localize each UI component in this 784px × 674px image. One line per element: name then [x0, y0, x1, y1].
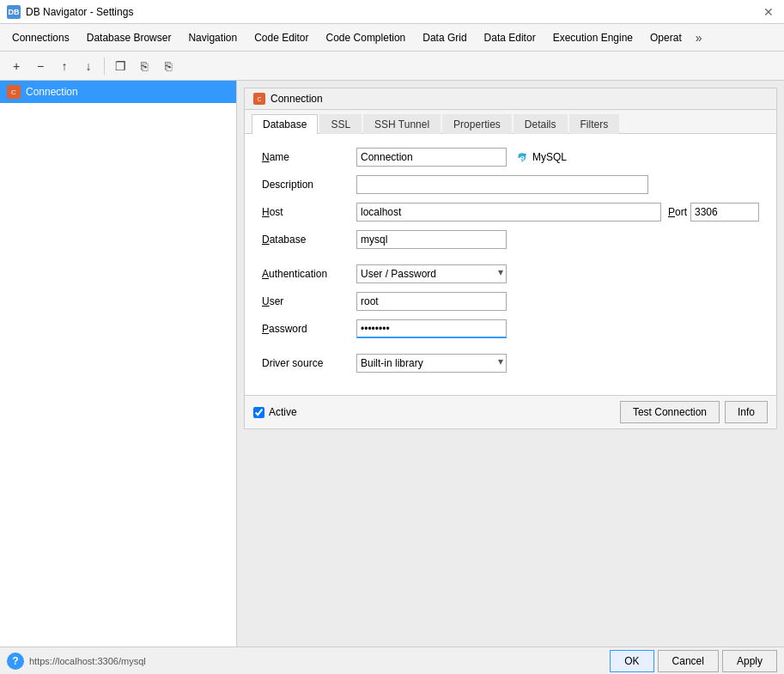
menu-data-grid[interactable]: Data Grid [414, 24, 475, 52]
password-row: Password [262, 319, 759, 338]
copy-button[interactable]: ❐ [109, 55, 131, 77]
driver-source-label: Driver source [262, 357, 356, 369]
authentication-row: Authentication User / Password No auth O… [262, 264, 759, 283]
driver-source-select-wrapper: Built-in library External library [356, 354, 507, 373]
active-label: Active [269, 406, 297, 418]
name-row: Name 🐬 MySQL [262, 148, 759, 167]
detail-panel: C Connection Database SSL SSH Tunnel Pro… [237, 81, 784, 647]
footer-right: OK Cancel Apply [610, 650, 777, 672]
add-button[interactable]: + [5, 55, 27, 77]
authentication-label: Authentication [262, 268, 356, 280]
toolbar-separator-1 [104, 58, 105, 75]
tab-database[interactable]: Database [252, 114, 318, 134]
port-label: Port [668, 206, 687, 218]
tab-filters[interactable]: Filters [569, 114, 620, 134]
name-input[interactable] [356, 148, 507, 167]
host-row: Host Port [262, 203, 759, 222]
authentication-select-wrapper: User / Password No auth OS Authenticatio… [356, 264, 507, 283]
connection-panel: C Connection Database SSL SSH Tunnel Pro… [244, 88, 777, 429]
name-label: Name [262, 151, 356, 163]
footer-left: ? https://localhost:3306/mysql [7, 653, 146, 670]
title-bar-left: DB DB Navigator - Settings [7, 5, 133, 19]
tab-ssh-tunnel[interactable]: SSH Tunnel [363, 114, 441, 134]
host-input[interactable] [356, 203, 661, 222]
database-label: Database [262, 234, 356, 246]
menu-operat[interactable]: Operat [641, 24, 690, 52]
driver-source-row: Driver source Built-in library External … [262, 354, 759, 373]
paste1-button[interactable]: ⎘ [133, 55, 155, 77]
cancel-button[interactable]: Cancel [658, 650, 719, 672]
connection-icon: C [7, 85, 21, 99]
tabs-bar: Database SSL SSH Tunnel Properties Detai… [245, 110, 776, 134]
driver-source-select[interactable]: Built-in library External library [356, 354, 507, 373]
remove-button[interactable]: − [29, 55, 52, 77]
menu-execution-engine[interactable]: Execution Engine [544, 24, 641, 52]
apply-button[interactable]: Apply [722, 650, 777, 672]
panel-icon: C [253, 93, 265, 105]
password-input[interactable] [356, 319, 507, 338]
ok-button[interactable]: OK [610, 650, 653, 672]
info-button[interactable]: Info [725, 401, 768, 423]
authentication-select[interactable]: User / Password No auth OS Authenticatio… [356, 264, 507, 283]
footer-bar: ? https://localhost:3306/mysql OK Cancel… [0, 647, 784, 674]
menu-navigation[interactable]: Navigation [179, 24, 246, 52]
panel-title: Connection [270, 93, 323, 105]
spacer-2 [262, 347, 759, 354]
description-input[interactable] [356, 175, 648, 194]
active-checkbox-area: Active [253, 406, 297, 418]
help-button[interactable]: ? [7, 653, 24, 670]
sidebar-item-label: Connection [26, 86, 78, 98]
move-down-button[interactable]: ↓ [77, 55, 100, 77]
main-content: C Connection C Connection Database SSL S… [0, 81, 784, 647]
window-title: DB Navigator - Settings [26, 6, 133, 18]
title-bar: DB DB Navigator - Settings ✕ [0, 0, 784, 24]
sidebar-item-connection[interactable]: C Connection [0, 81, 236, 103]
menu-more-button[interactable]: » [690, 27, 708, 48]
panel-header: C Connection [245, 88, 776, 110]
close-button[interactable]: ✕ [760, 5, 777, 19]
spacer-1 [262, 258, 759, 264]
db-type-label: 🐬 MySQL [515, 150, 567, 164]
menu-connections[interactable]: Connections [3, 24, 78, 52]
tab-ssl[interactable]: SSL [319, 114, 362, 134]
user-label: User [262, 295, 356, 307]
app-icon: DB [7, 5, 21, 19]
menu-data-editor[interactable]: Data Editor [476, 24, 544, 52]
menu-bar: Connections Database Browser Navigation … [0, 24, 784, 52]
sidebar: C Connection [0, 81, 237, 647]
mysql-icon: 🐬 [515, 150, 529, 164]
tab-properties[interactable]: Properties [442, 114, 512, 134]
user-input[interactable] [356, 292, 507, 311]
paste2-button[interactable]: ⎘ [157, 55, 179, 77]
port-input[interactable] [690, 203, 759, 222]
test-connection-button[interactable]: Test Connection [620, 401, 720, 423]
footer-status: https://localhost:3306/mysql [29, 656, 146, 666]
password-label: Password [262, 323, 356, 335]
host-label: Host [262, 206, 356, 218]
toolbar: + − ↑ ↓ ❐ ⎘ ⎘ [0, 52, 784, 81]
description-row: Description [262, 175, 759, 194]
database-row: Database [262, 230, 759, 249]
connection-panel-bottom: Active Test Connection Info [245, 395, 776, 428]
menu-code-editor[interactable]: Code Editor [246, 24, 317, 52]
menu-code-completion[interactable]: Code Completion [318, 24, 415, 52]
form-content: Name 🐬 MySQL Description Host [245, 134, 776, 395]
description-label: Description [262, 179, 356, 191]
bottom-buttons: Test Connection Info [620, 401, 768, 423]
active-checkbox[interactable] [253, 407, 264, 418]
database-input[interactable] [356, 230, 507, 249]
move-up-button[interactable]: ↑ [53, 55, 76, 77]
tab-details[interactable]: Details [514, 114, 568, 134]
user-row: User [262, 292, 759, 311]
menu-database-browser[interactable]: Database Browser [78, 24, 180, 52]
